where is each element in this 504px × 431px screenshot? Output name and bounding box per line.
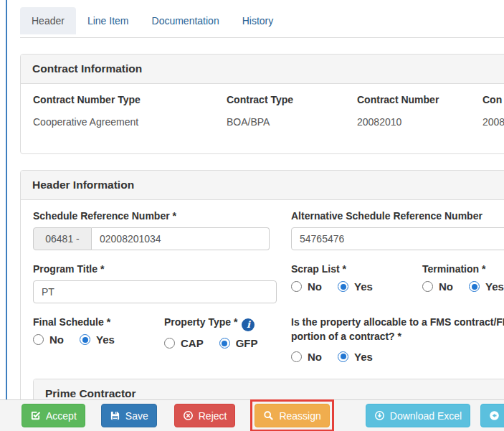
fms-question-line1: Is the property allocable to a FMS contr… xyxy=(291,315,504,329)
schedule-reference-input[interactable] xyxy=(92,227,270,250)
fms-no-label: No xyxy=(308,351,322,363)
save-button[interactable]: Save xyxy=(101,404,157,427)
program-title-field: Program Title * xyxy=(33,263,277,303)
field-value: 20082010 xyxy=(357,116,482,128)
header-information-title: Header Information xyxy=(21,171,504,200)
page: Header Line Item Documentation History C… xyxy=(0,0,504,431)
final-schedule-field: Final Schedule * No Yes xyxy=(33,316,125,346)
field-label: Con xyxy=(482,94,504,105)
scrap-list-no-radio[interactable] xyxy=(291,281,302,292)
scrap-list-field: Scrap List * No Yes xyxy=(291,263,383,293)
final-schedule-yes-label: Yes xyxy=(96,333,115,346)
program-title-input[interactable] xyxy=(33,280,277,303)
termination-field: Termination * No Yes xyxy=(422,263,504,293)
tab-bar: Header Line Item Documentation History xyxy=(20,7,504,34)
previous-button[interactable]: Previous xyxy=(480,404,504,427)
fms-yes-label: Yes xyxy=(354,351,373,363)
schedule-reference-field: Schedule Reference Number * 06481 - xyxy=(33,210,270,250)
field-value: 2008 xyxy=(482,116,504,128)
header-information-body: Schedule Reference Number * 06481 - Alte… xyxy=(21,200,504,431)
reject-button-label: Reject xyxy=(199,410,227,422)
contract-information-body: Contract Number Type Cooperative Agreeme… xyxy=(21,84,504,128)
contract-field: Con 2008 xyxy=(482,94,504,128)
contract-information-title: Contract Information xyxy=(21,55,504,84)
download-excel-button-label: Download Excel xyxy=(390,410,462,422)
schedule-reference-label: Schedule Reference Number * xyxy=(33,210,270,222)
annotation-highlight-box: Reassign xyxy=(250,399,333,431)
final-schedule-label: Final Schedule * xyxy=(33,316,125,328)
fms-no-radio[interactable] xyxy=(291,351,302,362)
field-value: BOA/BPA xyxy=(227,116,357,128)
accept-button-label: Accept xyxy=(46,410,77,422)
reassign-button[interactable]: Reassign xyxy=(255,404,329,427)
tab-header[interactable]: Header xyxy=(20,7,76,34)
left-accent-bar xyxy=(6,0,7,431)
termination-no-label: No xyxy=(439,280,453,293)
tab-line-item[interactable]: Line Item xyxy=(76,7,141,34)
reject-button[interactable]: Reject xyxy=(174,404,236,427)
property-type-label: Property Type * xyxy=(164,316,237,328)
contract-information-panel: Contract Information Contract Number Typ… xyxy=(20,54,504,154)
contract-field: Contract Number Type Cooperative Agreeme… xyxy=(33,94,227,128)
scrap-list-label: Scrap List * xyxy=(291,263,383,275)
fms-question-field: Is the property allocable to a FMS contr… xyxy=(291,315,504,363)
tab-documentation[interactable]: Documentation xyxy=(141,7,231,34)
scrap-list-no-label: No xyxy=(308,280,322,293)
alt-schedule-reference-label: Alternative Schedule Reference Number xyxy=(291,210,504,222)
field-label: Contract Number xyxy=(357,94,482,105)
final-schedule-no-radio[interactable] xyxy=(33,334,44,345)
check-square-icon xyxy=(30,410,41,421)
property-type-cap-radio[interactable] xyxy=(164,338,175,349)
contract-field: Contract Number 20082010 xyxy=(357,94,482,128)
termination-yes-radio[interactable] xyxy=(469,281,480,292)
circle-down-arrow-icon xyxy=(374,410,385,421)
program-title-label: Program Title * xyxy=(33,263,277,275)
tab-underline xyxy=(20,37,504,38)
field-label: Contract Number Type xyxy=(33,94,227,105)
fms-question-line2: portion of a contract? * xyxy=(291,329,504,344)
contract-field: Contract Type BOA/BPA xyxy=(227,94,357,128)
final-schedule-yes-radio[interactable] xyxy=(80,334,90,345)
property-type-gfp-label: GFP xyxy=(236,337,258,349)
tab-history[interactable]: History xyxy=(231,7,285,34)
termination-yes-label: Yes xyxy=(485,280,504,293)
field-value: Cooperative Agreement xyxy=(33,116,227,128)
accept-button[interactable]: Accept xyxy=(22,404,85,427)
property-type-gfp-radio[interactable] xyxy=(219,338,230,349)
scrap-list-yes-label: Yes xyxy=(354,280,373,293)
circle-left-arrow-icon xyxy=(489,410,500,421)
termination-no-radio[interactable] xyxy=(422,281,433,292)
circle-x-icon xyxy=(183,410,194,421)
property-type-cap-label: CAP xyxy=(181,337,204,349)
reassign-button-label: Reassign xyxy=(279,410,320,422)
fms-yes-radio[interactable] xyxy=(338,351,348,362)
schedule-reference-prefix: 06481 - xyxy=(33,227,92,250)
alt-schedule-reference-field: Alternative Schedule Reference Number xyxy=(291,210,504,250)
download-excel-button[interactable]: Download Excel xyxy=(366,404,470,427)
termination-label: Termination * xyxy=(422,263,504,275)
property-type-field: Property Type *i CAP GFP xyxy=(164,316,268,349)
scrap-list-yes-radio[interactable] xyxy=(338,281,348,292)
save-button-label: Save xyxy=(125,410,148,422)
action-bar: Accept Save Reject Reassign xyxy=(0,399,504,431)
field-label: Contract Type xyxy=(227,94,357,105)
magnifier-icon xyxy=(263,410,274,421)
header-information-panel: Header Information Schedule Reference Nu… xyxy=(20,170,504,431)
info-icon[interactable]: i xyxy=(242,318,255,331)
alt-schedule-reference-input[interactable] xyxy=(291,227,504,250)
floppy-disk-icon xyxy=(110,410,120,421)
final-schedule-no-label: No xyxy=(49,333,64,346)
